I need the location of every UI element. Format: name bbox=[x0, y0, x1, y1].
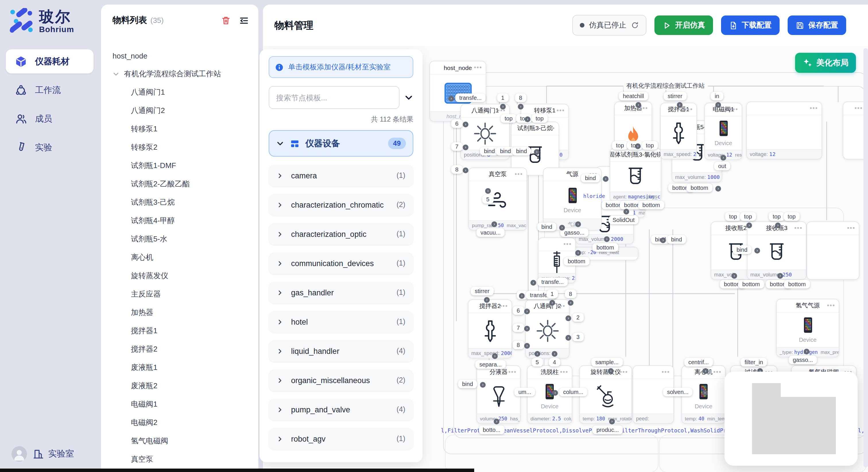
node-menu-icon[interactable]: ••• bbox=[560, 368, 568, 375]
port-pill-8[interactable]: 8 bbox=[565, 290, 576, 298]
category-hotel[interactable]: hotel(1) bbox=[269, 311, 413, 333]
port-pill-bottom[interactable]: bottom bbox=[592, 243, 618, 252]
sidebar-item-3[interactable]: 实验 bbox=[6, 135, 94, 160]
canvas-node-搅拌器2[interactable]: 搅拌器2 ••• max_speed: 2000 bbox=[468, 299, 512, 359]
node-menu-icon[interactable]: ••• bbox=[685, 105, 693, 112]
save-config-button[interactable]: 保存配置 bbox=[787, 15, 846, 35]
category-organic_miscellaneous[interactable]: organic_miscellaneous(2) bbox=[269, 369, 413, 391]
sim-status-pill[interactable]: 仿真已停止 bbox=[572, 15, 646, 36]
section-instrument-devices[interactable]: 仪器设备 49 bbox=[269, 130, 413, 157]
search-input[interactable] bbox=[269, 86, 400, 109]
tree-item[interactable]: 转移泵2 bbox=[113, 138, 258, 157]
port-pill-top[interactable]: top bbox=[784, 212, 800, 221]
category-camera[interactable]: camera(1) bbox=[269, 165, 413, 187]
category-pump_and_valve[interactable]: pump_and_valve(4) bbox=[269, 399, 413, 420]
port-pill-bind[interactable]: bind bbox=[512, 147, 531, 156]
port-pill-heatchill[interactable]: heatchill bbox=[619, 92, 648, 100]
collapse-list-icon[interactable] bbox=[239, 15, 249, 26]
node-menu-icon[interactable]: ••• bbox=[662, 368, 670, 375]
tree-item[interactable]: 废液瓶2 bbox=[113, 377, 258, 395]
port-pill-8[interactable]: 8 bbox=[513, 341, 524, 349]
sidebar-item-2[interactable]: 成员 bbox=[6, 107, 94, 131]
tree-item[interactable]: 试剂瓶2-乙酸乙酯 bbox=[113, 175, 258, 193]
port-pill-produc[interactable]: produc... bbox=[592, 426, 623, 434]
node-menu-icon[interactable]: ••• bbox=[557, 107, 565, 113]
canvas-node-固体试剂瓶3-氯化镁[interactable]: 固体试剂瓶3-氯化镁 ••• agent: magnesium_chloride bbox=[610, 148, 661, 202]
node-menu-icon[interactable]: ••• bbox=[620, 368, 628, 375]
port-pill-gasso[interactable]: gasso... bbox=[789, 356, 817, 364]
tree-item[interactable]: 八通阀门1 bbox=[113, 83, 258, 102]
tree-item[interactable]: 试剂瓶5-水 bbox=[113, 230, 258, 248]
sidebar-item-0[interactable]: 仪器耗材 bbox=[6, 49, 94, 73]
port-pill-top[interactable]: top bbox=[516, 114, 532, 123]
canvas-node-搅拌器1[interactable]: 搅拌器1 ••• max_speed: 2000 bbox=[660, 103, 697, 160]
port-pill-bind[interactable]: bind bbox=[458, 380, 477, 388]
canvas-node-旋转蒸发仪[interactable]: 旋转蒸发仪 ••• temp: 180max_rotation_sp bbox=[579, 365, 632, 424]
port-pill-stirrer[interactable]: stirrer bbox=[663, 92, 686, 100]
port-pill-colum[interactable]: colum... bbox=[559, 388, 587, 396]
tree-item[interactable]: 氢气电磁阀 bbox=[113, 432, 258, 450]
tree-item[interactable]: 转移泵1 bbox=[113, 120, 258, 138]
port-pill-top[interactable]: top bbox=[532, 114, 548, 123]
node-menu-icon[interactable]: ••• bbox=[855, 104, 863, 111]
node-menu-icon[interactable]: ••• bbox=[844, 368, 852, 375]
port-pill-transfe[interactable]: transfe... bbox=[455, 94, 486, 102]
node-menu-icon[interactable]: ••• bbox=[765, 368, 773, 375]
port-pill-8[interactable]: 8 bbox=[451, 165, 462, 174]
port-pill-2[interactable]: 2 bbox=[572, 313, 584, 322]
node-menu-icon[interactable]: ••• bbox=[474, 64, 482, 71]
tree-item[interactable]: 试剂瓶4-甲醇 bbox=[113, 212, 258, 230]
port-pill-bottom[interactable]: bottom bbox=[738, 280, 764, 289]
tree-item[interactable]: 搅拌器1 bbox=[113, 322, 258, 340]
canvas-scrollbar[interactable] bbox=[863, 48, 868, 467]
category-characterization_chromatic[interactable]: characterization_chromatic(2) bbox=[269, 194, 413, 216]
port-pill-bind[interactable]: bind bbox=[733, 245, 751, 254]
chevron-down-icon[interactable] bbox=[113, 71, 119, 77]
canvas-node-真空泵[interactable]: 真空泵 ••• pump_rate: 50max_vacuum: 0.1 bbox=[468, 167, 527, 231]
port-pill-bottom[interactable]: bottom bbox=[564, 257, 589, 266]
port-pill-3[interactable]: 3 bbox=[572, 333, 584, 341]
beautify-layout-button[interactable]: 美化布局 bbox=[795, 53, 856, 73]
sidebar-footer[interactable]: 实验室 bbox=[0, 446, 111, 462]
collapse-all-icon[interactable] bbox=[404, 93, 413, 102]
node-menu-icon[interactable]: ••• bbox=[730, 105, 738, 112]
port-pill-vacuu[interactable]: vacuu... bbox=[476, 228, 505, 237]
port-pill-centrif[interactable]: centrif... bbox=[684, 358, 713, 367]
port-pill-8[interactable]: 8 bbox=[515, 94, 526, 102]
tree-item[interactable]: 电磁阀2 bbox=[113, 413, 258, 432]
port-pill-1[interactable]: 1 bbox=[497, 94, 508, 102]
canvas-node-unnamed[interactable]: ••• bbox=[807, 222, 859, 280]
tree-item[interactable]: 加热器 bbox=[113, 303, 258, 322]
port-pill-7[interactable]: 7 bbox=[513, 324, 524, 332]
port-pill-bottom[interactable]: bottom bbox=[784, 280, 810, 289]
port-pill-SolidOut[interactable]: SolidOut bbox=[609, 216, 639, 224]
canvas-node-分液器[interactable]: 分液器 ••• volume: 250has_phases: true bbox=[476, 365, 521, 424]
port-pill-7[interactable]: 7 bbox=[451, 142, 462, 151]
node-menu-icon[interactable]: ••• bbox=[557, 302, 565, 309]
port-pill-bind[interactable]: bind bbox=[667, 235, 686, 244]
tree-item[interactable]: 离心机 bbox=[113, 248, 258, 267]
node-menu-icon[interactable]: ••• bbox=[649, 151, 657, 158]
tree-item[interactable]: 废液瓶1 bbox=[113, 359, 258, 377]
tree-group[interactable]: 有机化学流程综合测试工作站 bbox=[113, 65, 258, 83]
avatar[interactable] bbox=[11, 446, 27, 462]
canvas-node-过滤器[interactable]: 过滤器 ••• bbox=[730, 365, 777, 424]
canvas-node-unnamed[interactable]: •••voltage: 12 bbox=[746, 102, 822, 160]
port-pill-botto[interactable]: botto... bbox=[479, 426, 504, 434]
port-pill-gasso[interactable]: gasso... bbox=[560, 228, 588, 237]
port-pill-bind[interactable]: bind bbox=[581, 174, 600, 182]
port-pill-in[interactable]: in bbox=[711, 92, 723, 100]
node-menu-icon[interactable]: ••• bbox=[794, 224, 803, 231]
lab-label[interactable]: 实验室 bbox=[48, 448, 74, 460]
port-pill-1[interactable]: 1 bbox=[547, 290, 558, 298]
port-pill-sample[interactable]: sample... bbox=[591, 358, 623, 367]
port-pill-5[interactable]: 5 bbox=[532, 358, 543, 367]
tree-item[interactable]: 八通阀门2 bbox=[113, 102, 258, 120]
tree-item[interactable]: 试剂瓶3-己烷 bbox=[113, 193, 258, 212]
canvas-node-氢气气源[interactable]: 氢气气源 •••Device_type: hydrogenmax_pre bbox=[776, 299, 839, 357]
node-menu-icon[interactable]: ••• bbox=[847, 224, 856, 231]
tree-item[interactable]: 旋转蒸发仪 bbox=[113, 267, 258, 285]
port-pill-5[interactable]: 5 bbox=[482, 195, 493, 204]
tree-item[interactable]: 试剂瓶1-DMF bbox=[113, 157, 258, 175]
tree-item[interactable]: 电磁阀1 bbox=[113, 395, 258, 413]
